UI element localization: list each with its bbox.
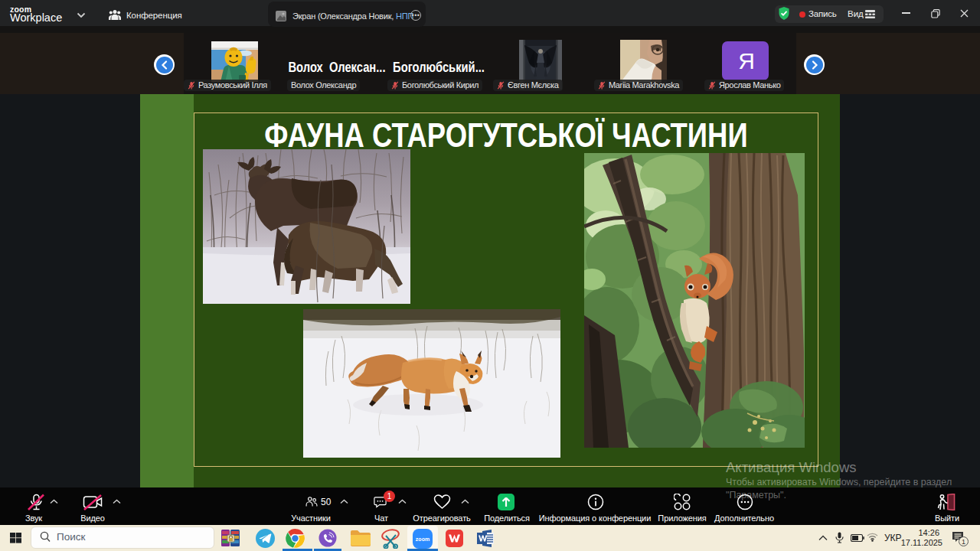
svg-text:zoom: zoom: [416, 536, 430, 542]
